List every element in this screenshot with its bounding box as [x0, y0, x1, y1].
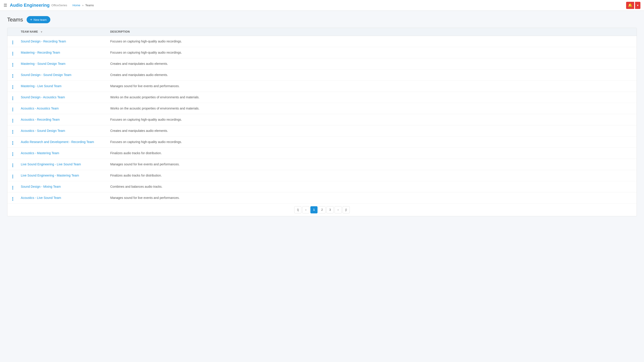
- breadcrumb-current: Teams: [85, 3, 94, 7]
- row-action-dots[interactable]: [12, 130, 13, 134]
- team-name-link[interactable]: Sound Design - Recording Team: [21, 39, 66, 43]
- team-name-link[interactable]: Acoustics - Acoustics Team: [21, 107, 58, 110]
- table-row: Live Sound Engineering - Mastering TeamF…: [8, 170, 636, 181]
- table-header: TEAM NAME ▼ DESCRIPTION: [8, 28, 636, 36]
- pagination-first-button[interactable]: ⟨|: [294, 206, 302, 213]
- table-body: Sound Design - Recording TeamFocuses on …: [8, 36, 636, 216]
- row-action-dots[interactable]: [12, 74, 13, 78]
- row-action-dots[interactable]: [12, 197, 13, 201]
- plus-icon: +: [30, 18, 32, 22]
- navbar-dropdown-button[interactable]: ▼: [635, 2, 640, 9]
- row-action-dots[interactable]: [12, 96, 13, 100]
- brand-title: Audio Engineering: [10, 3, 50, 8]
- page-title: Teams: [7, 16, 23, 23]
- row-description-text: Works on the acoustic properties of envi…: [110, 95, 200, 99]
- breadcrumb-separator: »: [82, 3, 84, 7]
- row-description-cell: Works on the acoustic properties of envi…: [108, 103, 636, 114]
- pagination-page-button-3[interactable]: 3: [326, 206, 334, 213]
- row-team-name-cell: Audio Research and Development - Recordi…: [18, 136, 108, 147]
- pagination-row: ⟨|‹123›|⟩: [8, 203, 636, 216]
- notification-button[interactable]: 🔔: [626, 2, 634, 9]
- row-actions-cell: [8, 170, 18, 181]
- row-description-cell: Focuses on capturing high-quality audio …: [108, 136, 636, 147]
- team-name-link[interactable]: Acoustics - Live Sound Team: [21, 196, 61, 200]
- row-actions-cell: [8, 181, 18, 192]
- new-team-button[interactable]: + New team: [26, 16, 50, 23]
- row-description-text: Finalizes audio tracks for distribution.: [110, 174, 162, 177]
- row-action-dots[interactable]: [12, 119, 13, 122]
- table-row: Acoustics - Recording TeamFocuses on cap…: [8, 114, 636, 125]
- page-content: Teams + New team TEAM NAME ▼ DESCRIPTION…: [0, 11, 644, 222]
- team-name-link[interactable]: Acoustics - Recording Team: [21, 118, 60, 121]
- row-team-name-cell: Sound Design - Mixing Team: [18, 181, 108, 192]
- table-row: Mastering - Live Sound TeamManages sound…: [8, 80, 636, 92]
- row-action-dots[interactable]: [12, 164, 13, 167]
- team-name-link[interactable]: Mastering - Recording Team: [21, 51, 60, 54]
- row-action-dots[interactable]: [12, 41, 13, 44]
- pagination-prev-button[interactable]: ‹: [302, 206, 310, 213]
- table-row: Acoustics - Sound Design TeamCreates and…: [8, 125, 636, 136]
- row-description-cell: Focuses on capturing high-quality audio …: [108, 47, 636, 58]
- row-action-dots[interactable]: [12, 63, 13, 67]
- team-name-link[interactable]: Sound Design - Acoustics Team: [21, 95, 65, 99]
- team-name-link[interactable]: Sound Design - Mixing Team: [21, 185, 61, 188]
- col-header-description: DESCRIPTION: [108, 28, 636, 36]
- team-name-link[interactable]: Acoustics - Sound Design Team: [21, 129, 65, 132]
- table-row: Mastering - Recording TeamFocuses on cap…: [8, 47, 636, 58]
- row-team-name-cell: Acoustics - Mastering Team: [18, 147, 108, 159]
- row-description-cell: Combines and balances audio tracks.: [108, 181, 636, 192]
- row-actions-cell: [8, 80, 18, 92]
- row-action-dots[interactable]: [12, 108, 13, 111]
- row-action-dots[interactable]: [12, 85, 13, 89]
- navbar-right: 🔔 ▼: [626, 2, 640, 9]
- pagination-last-button[interactable]: |⟩: [342, 206, 350, 213]
- filter-icon[interactable]: ▼: [40, 30, 43, 33]
- row-action-dots[interactable]: [12, 175, 13, 178]
- bell-icon: 🔔: [628, 3, 632, 7]
- col-header-actions: [8, 28, 18, 36]
- row-action-dots[interactable]: [12, 141, 13, 145]
- row-team-name-cell: Sound Design - Acoustics Team: [18, 92, 108, 103]
- row-actions-cell: [8, 125, 18, 136]
- row-action-dots[interactable]: [12, 152, 13, 156]
- row-description-text: Creates and manipulates audio elements.: [110, 62, 168, 65]
- row-description-cell: Creates and manipulates audio elements.: [108, 69, 636, 80]
- row-team-name-cell: Mastering - Sound Design Team: [18, 58, 108, 69]
- teams-table-container: TEAM NAME ▼ DESCRIPTION Sound Design - R…: [7, 28, 637, 216]
- row-team-name-cell: Acoustics - Acoustics Team: [18, 103, 108, 114]
- row-team-name-cell: Live Sound Engineering - Mastering Team: [18, 170, 108, 181]
- row-description-text: Focuses on capturing high-quality audio …: [110, 140, 182, 144]
- pagination-cell: ⟨|‹123›|⟩: [8, 203, 636, 216]
- navbar: ☰ Audio Engineering OfficeSeries Home » …: [0, 0, 644, 11]
- row-action-dots[interactable]: [12, 52, 13, 55]
- pagination-page-button-1[interactable]: 1: [310, 206, 318, 213]
- row-action-dots[interactable]: [12, 186, 13, 189]
- table-row: Mastering - Sound Design TeamCreates and…: [8, 58, 636, 69]
- table-row: Sound Design - Sound Design TeamCreates …: [8, 69, 636, 80]
- pagination-next-button[interactable]: ›: [334, 206, 342, 213]
- teams-table: TEAM NAME ▼ DESCRIPTION Sound Design - R…: [8, 28, 636, 216]
- row-actions-cell: [8, 47, 18, 58]
- pagination: ⟨|‹123›|⟩: [10, 206, 634, 213]
- row-team-name-cell: Mastering - Recording Team: [18, 47, 108, 58]
- breadcrumb: Home » Teams: [72, 3, 94, 7]
- col-header-name: TEAM NAME ▼: [18, 28, 108, 36]
- team-name-link[interactable]: Live Sound Engineering - Mastering Team: [21, 174, 79, 177]
- team-name-link[interactable]: Sound Design - Sound Design Team: [21, 73, 71, 77]
- breadcrumb-home[interactable]: Home: [72, 3, 80, 7]
- pagination-page-button-2[interactable]: 2: [318, 206, 326, 213]
- row-actions-cell: [8, 159, 18, 170]
- row-description-text: Finalizes audio tracks for distribution.: [110, 151, 162, 155]
- table-row: Sound Design - Recording TeamFocuses on …: [8, 36, 636, 47]
- row-description-cell: Finalizes audio tracks for distribution.: [108, 170, 636, 181]
- team-name-link[interactable]: Mastering - Sound Design Team: [21, 62, 66, 65]
- team-name-link[interactable]: Acoustics - Mastering Team: [21, 151, 59, 155]
- team-name-link[interactable]: Mastering - Live Sound Team: [21, 84, 62, 88]
- team-name-link[interactable]: Audio Research and Development - Recordi…: [21, 140, 94, 144]
- navbar-subtitle: OfficeSeries: [52, 3, 67, 7]
- row-description-cell: Finalizes audio tracks for distribution.: [108, 147, 636, 159]
- row-description-cell: Works on the acoustic properties of envi…: [108, 92, 636, 103]
- hamburger-icon[interactable]: ☰: [4, 3, 7, 8]
- team-name-link[interactable]: Live Sound Engineering - Live Sound Team: [21, 162, 81, 166]
- table-row: Acoustics - Mastering TeamFinalizes audi…: [8, 147, 636, 159]
